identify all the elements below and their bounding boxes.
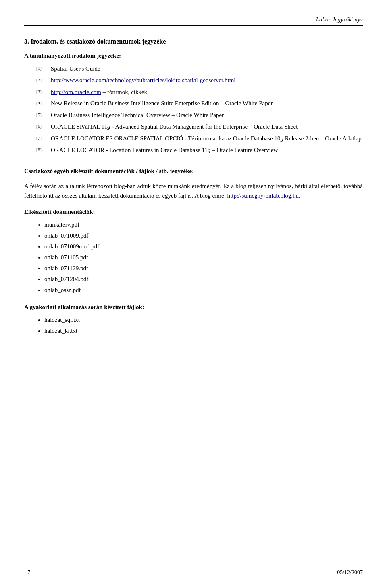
list-item: onlab_ossz.pdf [44, 285, 363, 296]
ref-num-7: [7] [36, 134, 51, 144]
ref-text-1: Spatial User's Guide [51, 64, 363, 74]
ref-num-1: [1] [36, 64, 51, 74]
blog-period: . [299, 192, 300, 199]
ref-item-8: [8] ORACLE LOCATOR - Location Features i… [36, 146, 363, 156]
ref-num-3: [3] [36, 88, 51, 98]
footer-page: - 7 - [24, 569, 33, 576]
list-item: halozat_sql.txt [44, 315, 363, 325]
elkeszult-heading: Elkészített dokumentációk: [24, 209, 363, 215]
list-item: onlab_071009.pdf [44, 230, 363, 241]
footer-bar: - 7 - 05/12/2007 [24, 567, 363, 576]
gyakorlati-list: halozat_sql.txt halozat_ki.txt [44, 315, 363, 336]
section-heading: 3. Irodalom, és csatlakozó dokumentumok … [24, 38, 363, 45]
ref-2-link[interactable]: http://www.oracle.com/technology/pub/art… [51, 77, 235, 83]
ref-text-7: ORACLE LOCATOR ÉS ORACLE SPATIAL OPCIÓ -… [51, 134, 363, 144]
ref-num-5: [5] [36, 111, 51, 121]
ref-text-2: http://www.oracle.com/technology/pub/art… [51, 76, 363, 86]
page-container: Labor Jegyzőkönyv 3. Irodalom, és csatla… [0, 0, 387, 588]
ref-text-3: http://otn.oracle.com – fórumok, cikkek [51, 88, 363, 98]
list-item: halozat_ki.txt [44, 325, 363, 336]
ref-num-4: [4] [36, 99, 51, 109]
ref-text-5: Oracle Business Intelligence Technical O… [51, 111, 363, 121]
ref-num-8: [8] [36, 146, 51, 156]
ref-item-1: [1] Spatial User's Guide [36, 64, 363, 74]
ref-text-8: ORACLE LOCATOR - Location Features in Or… [51, 146, 363, 156]
ref-item-7: [7] ORACLE LOCATOR ÉS ORACLE SPATIAL OPC… [36, 134, 363, 144]
gyakorlati-heading: A gyakorlati alkalmazás során készített … [24, 304, 363, 311]
ref-item-2: [2] http://www.oracle.com/technology/pub… [36, 76, 363, 86]
references-list: [1] Spatial User's Guide [2] http://www.… [36, 64, 363, 156]
ref-item-4: [4] New Release in Oracle Business Intel… [36, 99, 363, 109]
other-docs-heading: Csatlakozó egyéb elkészült dokumentációk… [24, 168, 363, 175]
ref-text-6: ORACLE SPATIAL 11g - Advanced Spatial Da… [51, 122, 363, 132]
ref-item-3: [3] http://otn.oracle.com – fórumok, cik… [36, 88, 363, 98]
header-bar: Labor Jegyzőkönyv [24, 16, 363, 26]
sub-heading: A tanulmányozott irodalom jegyzéke: [24, 52, 363, 59]
blog-paragraph-text: A félév során az általunk létrehozott bl… [24, 183, 363, 199]
footer-date: 05/12/2007 [337, 569, 363, 576]
ref-num-6: [6] [36, 122, 51, 132]
blog-paragraph: A félév során az általunk létrehozott bl… [24, 181, 363, 200]
ref-item-5: [5] Oracle Business Intelligence Technic… [36, 111, 363, 121]
other-docs-divider: Csatlakozó egyéb elkészült dokumentációk… [24, 168, 363, 175]
header-title: Labor Jegyzőkönyv [316, 16, 363, 23]
ref-item-6: [6] ORACLE SPATIAL 11g - Advanced Spatia… [36, 122, 363, 132]
list-item: onlab_071105.pdf [44, 252, 363, 263]
list-item: onlab_071129.pdf [44, 263, 363, 274]
ref-text-4: New Release in Oracle Business Intellige… [51, 99, 363, 109]
elkeszult-list: munkaterv.pdf onlab_071009.pdf onlab_071… [44, 219, 363, 296]
list-item: munkaterv.pdf [44, 219, 363, 230]
ref-num-2: [2] [36, 76, 51, 86]
ref-3-link[interactable]: http://otn.oracle.com [51, 89, 101, 95]
list-item: onlab_071204.pdf [44, 274, 363, 285]
list-item: onlab_071009mod.pdf [44, 241, 363, 252]
blog-link[interactable]: http://sumeghy-onlab.blog.hu [227, 192, 299, 199]
